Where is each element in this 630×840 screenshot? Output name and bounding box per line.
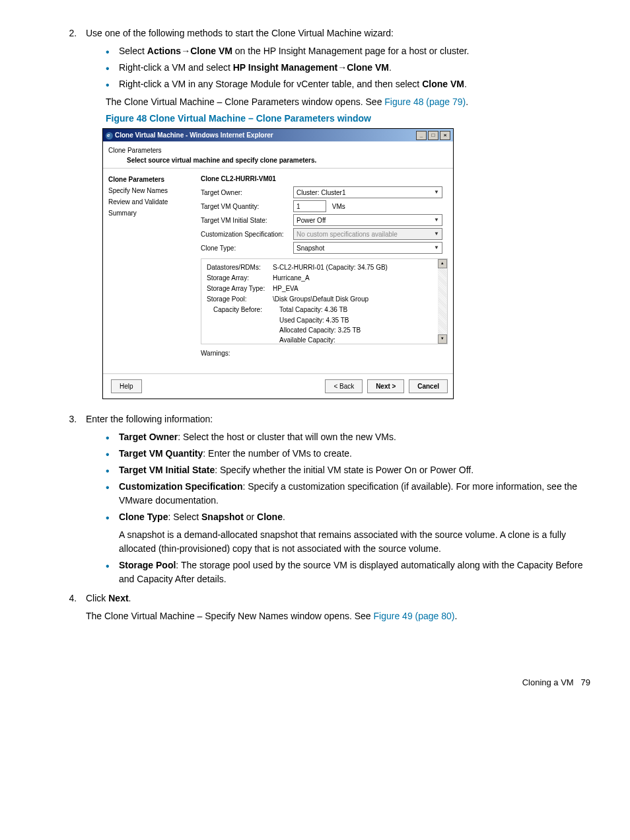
step2-bullet-2: Right-click a VM in any Storage Module f…	[106, 77, 590, 91]
step-3-item: Enter the following information: Target …	[79, 412, 590, 586]
figure-49-ref[interactable]: Figure 49 (page 80)	[374, 611, 455, 621]
target-qty-unit: VMs	[332, 203, 345, 210]
warnings-box	[293, 348, 448, 367]
cust-spec-select: No custom specifications available▼	[293, 228, 442, 240]
header-clone-parameters: Clone Parameters	[108, 145, 448, 155]
step2-bullet-0: Select Actions→Clone VM on the HP Insigh…	[106, 44, 590, 58]
chevron-down-icon: ▼	[434, 244, 439, 252]
nav-specify-new-names[interactable]: Specify New Names	[106, 185, 198, 196]
cancel-button[interactable]: Cancel	[409, 379, 448, 393]
target-owner-label: Target Owner:	[201, 188, 293, 198]
step2-opens-text: The Clone Virtual Machine – Clone Parame…	[106, 95, 590, 109]
back-button[interactable]: < Back	[325, 379, 363, 393]
minimize-button[interactable]: _	[416, 131, 427, 140]
ds-lbl: Datastores/RDMs:	[207, 262, 273, 272]
scroll-up-icon[interactable]: ▴	[438, 259, 447, 268]
step4-opens-text: The Clone Virtual Machine – Specify New …	[86, 609, 590, 623]
help-button[interactable]: Help	[111, 379, 142, 393]
nav-summary[interactable]: Summary	[106, 208, 198, 219]
chevron-down-icon: ▼	[434, 216, 439, 224]
clone-vm-wizard-window: Clone Virtual Machine - Windows Internet…	[102, 128, 454, 399]
step3-target-init: Target VM Initial State: Specify whether…	[106, 463, 590, 477]
wizard-nav: Clone Parameters Specify New Names Revie…	[103, 169, 201, 373]
clone-type-label: Clone Type:	[201, 243, 293, 253]
close-button[interactable]: ×	[440, 131, 450, 140]
figure-48-caption: Figure 48 Clone Virtual Machine – Clone …	[106, 112, 590, 126]
page-footer: Cloning a VM 79	[40, 676, 590, 689]
window-title: Clone Virtual Machine - Windows Internet…	[115, 132, 273, 139]
sp-lbl: Storage Pool:	[207, 294, 273, 304]
step3-clone-type: Clone Type: Select Snapshot or Clone. A …	[106, 510, 590, 556]
scroll-down-icon[interactable]: ▾	[438, 334, 447, 344]
maximize-button[interactable]: □	[428, 131, 438, 140]
scrollbar[interactable]: ▴ ▾	[438, 259, 447, 344]
target-qty-label: Target VM Quantity:	[201, 202, 293, 211]
clone-type-select[interactable]: Snapshot▼	[293, 242, 442, 254]
step-2-item: Use one of the following methods to star…	[79, 26, 590, 399]
warnings-label: Warnings:	[201, 348, 293, 358]
datastore-info-box: Datastores/RDMs:S-CL2-HURRI-01 (Capacity…	[201, 258, 448, 344]
step2-bullet-1: Right-click a VM and select HP Insight M…	[106, 61, 590, 75]
window-titlebar: Clone Virtual Machine - Windows Internet…	[103, 129, 453, 141]
step-4-item: Click Next. The Clone Virtual Machine – …	[79, 592, 590, 623]
step3-storage-pool: Storage Pool: The storage pool used by t…	[106, 558, 590, 586]
chevron-down-icon: ▼	[434, 230, 439, 238]
figure-48-ref[interactable]: Figure 48 (page 79)	[384, 96, 466, 107]
step-2-intro: Use one of the following methods to star…	[86, 28, 394, 38]
sat-lbl: Storage Array Type:	[207, 284, 273, 293]
sa-lbl: Storage Array:	[207, 273, 273, 283]
chevron-down-icon: ▼	[434, 188, 439, 196]
nav-review-validate[interactable]: Review and Validate	[106, 196, 198, 208]
next-button[interactable]: Next >	[367, 379, 404, 393]
clone-type-desc: A snapshot is a demand-allocated snapsho…	[119, 528, 590, 556]
target-qty-input[interactable]: 1	[293, 200, 326, 212]
step3-target-qty: Target VM Quantity: Enter the number of …	[106, 447, 590, 461]
target-init-label: Target VM Initial State:	[201, 215, 293, 225]
ie-icon	[106, 132, 113, 139]
nav-clone-parameters[interactable]: Clone Parameters	[106, 174, 198, 185]
step3-cust-spec: Customization Specification: Specify a c…	[106, 480, 590, 508]
header-subtext: Select source virtual machine and specif…	[108, 155, 448, 165]
cust-spec-label: Customization Specification:	[201, 229, 293, 239]
cb-lbl: Capacity Before:	[207, 305, 279, 315]
step3-target-owner: Target Owner: Select the host or cluster…	[106, 430, 590, 444]
target-owner-select[interactable]: Cluster: Cluster1▼	[293, 186, 442, 198]
target-init-select[interactable]: Power Off▼	[293, 214, 442, 226]
step-3-intro: Enter the following information:	[86, 414, 213, 424]
form-title: Clone CL2-HURRI-VM01	[201, 174, 448, 184]
